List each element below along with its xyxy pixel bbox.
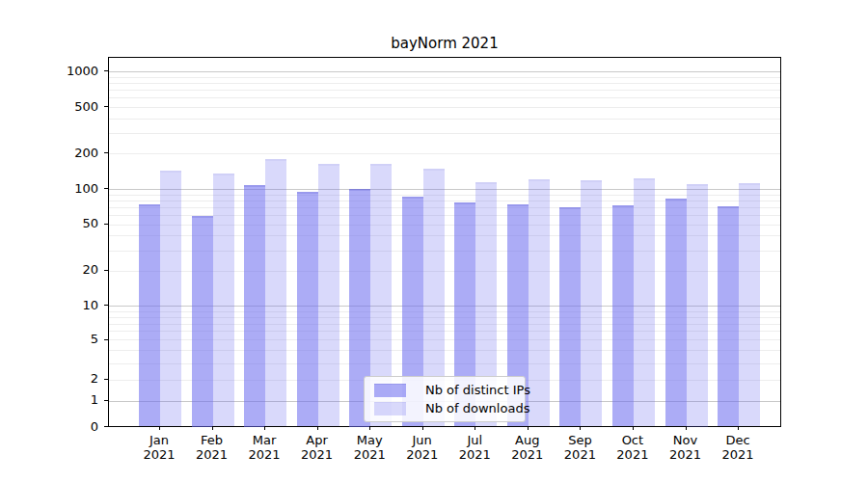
major-gridline — [109, 71, 780, 72]
chart-figure: bayNorm 2021 10005002001005020105210Jan2… — [0, 0, 868, 482]
y-tick-mark — [104, 400, 108, 401]
y-tick-mark — [104, 188, 108, 189]
major-gridline — [109, 189, 780, 190]
bar-dec-downloads — [739, 183, 760, 427]
y-tick-label: 50 — [41, 216, 98, 230]
legend-item-label: Nb of downloads — [425, 401, 529, 415]
y-tick-mark — [104, 379, 108, 380]
x-tick-label: Dec2021 — [707, 433, 769, 462]
x-tick-mark — [317, 426, 318, 430]
minor-gridline — [109, 77, 780, 78]
x-tick-mark — [528, 426, 529, 430]
bar-oct-distinct-ips — [612, 205, 634, 426]
minor-gridline — [109, 133, 780, 134]
legend-item: Nb of distinct IPs — [365, 381, 525, 399]
legend: Nb of distinct IPsNb of downloads — [364, 376, 526, 422]
x-tick-mark — [633, 426, 634, 430]
x-tick-mark — [738, 426, 739, 430]
y-tick-label: 10 — [41, 298, 98, 312]
bar-jan-distinct-ips — [139, 204, 160, 427]
bar-aug-downloads — [529, 179, 550, 427]
minor-gridline — [109, 90, 780, 91]
y-tick-label: 20 — [41, 262, 98, 277]
bar-apr-downloads — [318, 164, 339, 426]
bar-sep-downloads — [581, 180, 602, 427]
y-tick-mark — [104, 426, 108, 427]
bar-mar-downloads — [265, 159, 286, 427]
bar-nov-distinct-ips — [665, 199, 687, 427]
y-tick-mark — [104, 339, 108, 340]
bar-sep-distinct-ips — [559, 207, 581, 426]
y-tick-mark — [104, 224, 108, 225]
x-tick-mark — [422, 426, 423, 430]
y-tick-mark — [104, 305, 108, 306]
plot-area — [108, 57, 781, 427]
y-tick-label: 0 — [41, 419, 98, 434]
y-tick-mark — [104, 152, 108, 153]
minor-gridline — [109, 83, 780, 84]
legend-swatch-icon — [374, 402, 406, 415]
bar-nov-downloads — [687, 184, 708, 427]
minor-gridline — [109, 119, 780, 120]
x-tick-mark — [159, 426, 160, 430]
legend-item-label: Nb of distinct IPs — [425, 383, 530, 397]
x-tick-mark — [475, 426, 475, 430]
x-tick-month-line: Dec — [707, 433, 769, 447]
minor-gridline — [109, 195, 780, 196]
x-tick-mark — [369, 426, 370, 430]
y-tick-label: 500 — [41, 99, 98, 114]
minor-gridline — [109, 153, 780, 154]
bar-mar-distinct-ips — [244, 185, 265, 427]
y-tick-label: 200 — [41, 146, 98, 160]
x-tick-year-line: 2021 — [707, 447, 769, 462]
bar-feb-downloads — [213, 174, 234, 427]
y-tick-label: 1 — [41, 392, 98, 407]
y-tick-label: 2 — [41, 371, 98, 386]
chart-title: bayNorm 2021 — [108, 35, 781, 54]
x-tick-mark — [686, 426, 687, 430]
legend-item: Nb of downloads — [365, 399, 525, 417]
y-tick-mark — [104, 270, 108, 271]
bar-dec-distinct-ips — [718, 206, 739, 427]
minor-gridline — [109, 97, 780, 98]
y-tick-mark — [104, 70, 108, 71]
legend-swatch-icon — [374, 384, 406, 397]
bar-apr-distinct-ips — [297, 192, 318, 426]
x-tick-mark — [212, 426, 213, 430]
bar-jan-downloads — [160, 171, 181, 427]
x-tick-mark — [264, 426, 265, 430]
y-tick-label: 5 — [41, 332, 98, 346]
bar-oct-downloads — [634, 178, 655, 427]
minor-gridline — [109, 107, 780, 108]
x-tick-mark — [580, 426, 581, 430]
y-tick-label: 100 — [41, 181, 98, 196]
bar-feb-distinct-ips — [192, 216, 213, 427]
y-tick-mark — [104, 106, 108, 107]
y-tick-label: 1000 — [41, 64, 98, 78]
